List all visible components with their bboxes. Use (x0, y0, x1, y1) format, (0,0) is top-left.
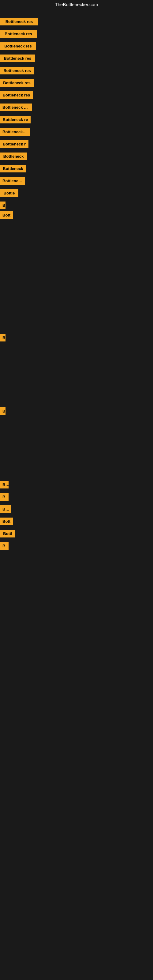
bottleneck-button-9[interactable]: Bottleneck re (0, 128, 30, 136)
bottleneck-button-10[interactable]: Bottleneck r (0, 140, 29, 148)
bottleneck-button-6[interactable]: Bottleneck res (0, 91, 33, 99)
site-title: TheBottlenecker.com (55, 2, 98, 7)
buttons-container: Bottleneck resBottleneck resBottleneck r… (0, 9, 153, 980)
bottleneck-button-19[interactable]: Bo (0, 481, 9, 488)
bottleneck-button-5[interactable]: Bottleneck res (0, 79, 33, 87)
site-title-container: TheBottlenecker.com (0, 0, 153, 9)
bottleneck-button-24[interactable]: Bo (0, 542, 9, 550)
bottleneck-button-0[interactable]: Bottleneck res (0, 18, 38, 25)
bottleneck-button-21[interactable]: Bot (0, 505, 11, 513)
bottleneck-button-11[interactable]: Bottleneck (0, 153, 27, 160)
bottleneck-button-20[interactable]: Bo (0, 493, 9, 501)
bottleneck-button-17[interactable]: B (0, 334, 5, 342)
bottleneck-button-3[interactable]: Bottleneck res (0, 54, 35, 62)
bottleneck-button-4[interactable]: Bottleneck res (0, 67, 34, 75)
bottleneck-button-1[interactable]: Bottleneck res (0, 30, 37, 38)
bottleneck-button-8[interactable]: Bottleneck re (0, 116, 30, 123)
bottleneck-button-2[interactable]: Bottleneck res (0, 42, 36, 50)
bottleneck-button-16[interactable]: Bott (0, 211, 13, 219)
bottleneck-button-23[interactable]: Bottl (0, 530, 15, 538)
bottleneck-button-7[interactable]: Bottleneck res (0, 103, 32, 111)
bottleneck-button-18[interactable]: B (0, 407, 5, 415)
bottleneck-button-12[interactable]: Bottleneck (0, 165, 26, 172)
bottleneck-button-15[interactable]: B (0, 202, 5, 209)
bottleneck-button-13[interactable]: Bottleneck (0, 177, 25, 185)
bottleneck-button-14[interactable]: Bottle (0, 189, 18, 197)
bottleneck-button-22[interactable]: Bott (0, 517, 13, 525)
